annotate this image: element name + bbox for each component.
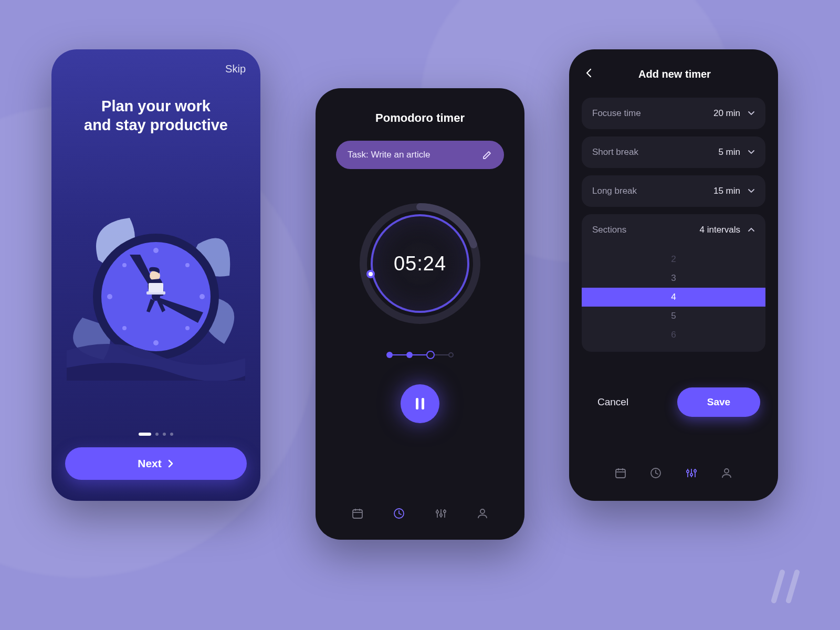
setting-value: 5 min [718,147,740,158]
interval-line [435,354,448,355]
nav-calendar[interactable] [614,466,627,480]
svg-rect-22 [353,510,362,518]
nav-settings[interactable] [434,507,448,520]
wheel-option[interactable]: 6 [582,326,765,344]
interval-future [448,352,454,358]
page-indicator [51,433,260,436]
sliders-icon [435,507,447,520]
chevron-down-icon [748,188,755,194]
user-icon [720,467,733,479]
setting-label: Long break [592,186,637,196]
nav-settings[interactable] [685,466,698,480]
chevron-left-icon [585,68,592,78]
svg-point-32 [444,510,446,512]
nav-timer[interactable] [649,466,663,480]
bottom-nav [582,455,765,501]
wheel-option-selected[interactable]: 4 [582,288,765,307]
setting-value: 4 intervals [700,225,740,235]
svg-point-6 [122,263,127,267]
interval-line [413,354,426,355]
nav-timer[interactable] [392,507,406,520]
svg-point-19 [369,272,373,276]
chevron-right-icon [168,459,174,468]
user-icon [476,507,489,520]
setting-label: Focuse time [592,108,641,119]
svg-point-8 [122,326,127,330]
header: Add new timer [582,65,765,83]
watermark-icon [771,568,813,605]
page-dot [170,433,173,436]
setting-label: Sections [592,225,626,235]
svg-line-46 [774,572,782,601]
interval-done [406,352,413,358]
short-break-row[interactable]: Short break 5 min [582,136,765,168]
setting-value: 15 min [713,186,740,196]
clock-icon [393,507,405,520]
page-dot-active [139,433,151,436]
wheel-option[interactable]: 3 [582,269,765,288]
setting-value: 20 min [713,108,740,119]
task-selector[interactable]: Task: Write an article [336,141,504,169]
pause-button[interactable] [401,384,439,423]
skip-button[interactable]: Skip [225,63,246,75]
svg-point-45 [724,469,729,473]
next-button[interactable]: Next [65,447,247,480]
svg-point-2 [153,248,159,253]
action-row: Cancel Save [582,387,765,417]
interval-current [426,351,435,359]
long-break-row[interactable]: Long break 15 min [582,175,765,207]
svg-point-9 [185,326,190,330]
nav-profile[interactable] [476,507,489,520]
svg-point-30 [436,511,438,513]
clock-icon [649,467,662,479]
save-button-label: Save [707,396,730,408]
page-dot [163,433,166,436]
cancel-button[interactable]: Cancel [597,396,628,408]
nav-calendar[interactable] [351,507,364,520]
svg-rect-15 [149,283,163,292]
chevron-up-icon [748,227,755,233]
nav-profile[interactable] [720,466,733,480]
page-dot [155,433,159,436]
edit-icon [482,150,492,160]
save-button[interactable]: Save [677,387,760,417]
svg-rect-21 [422,398,424,410]
svg-point-44 [694,470,696,472]
sections-row[interactable]: Sections 4 intervals [582,214,765,246]
wheel-option[interactable]: 2 [582,250,765,269]
sections-group: Sections 4 intervals 2 3 4 5 6 [582,214,765,352]
interval-indicator [386,351,454,359]
onboarding-title-line2: and stay productive [84,117,228,133]
calendar-icon [614,467,627,479]
svg-point-33 [480,509,485,513]
focus-time-row[interactable]: Focuse time 20 min [582,98,765,129]
back-button[interactable] [582,65,595,83]
task-label: Task: Write an article [348,150,430,160]
svg-rect-34 [616,469,625,478]
interval-picker[interactable]: 2 3 4 5 6 [582,246,765,352]
calendar-icon [351,507,364,520]
svg-line-47 [789,572,797,601]
add-timer-screen: Add new timer Focuse time 20 min Short b… [569,49,778,501]
timer-screen-title: Pomodoro timer [375,111,465,125]
svg-point-42 [687,470,689,472]
add-timer-title: Add new timer [595,68,754,80]
svg-point-31 [440,514,442,516]
chevron-down-icon [748,111,755,116]
svg-point-5 [200,294,205,299]
next-button-label: Next [138,457,162,470]
svg-point-7 [185,263,190,267]
onboarding-illustration [51,140,260,433]
timer-screen: Pomodoro timer Task: Write an article 05… [316,88,524,540]
wheel-option[interactable]: 5 [582,307,765,326]
setting-label: Short break [592,147,638,158]
svg-point-43 [690,474,692,476]
svg-point-4 [107,294,112,299]
svg-point-3 [153,340,159,345]
sliders-icon [685,467,698,479]
interval-line [393,354,406,355]
bottom-nav [316,494,524,540]
pause-icon [414,397,426,411]
interval-done [386,352,393,358]
chevron-down-icon [748,150,755,155]
